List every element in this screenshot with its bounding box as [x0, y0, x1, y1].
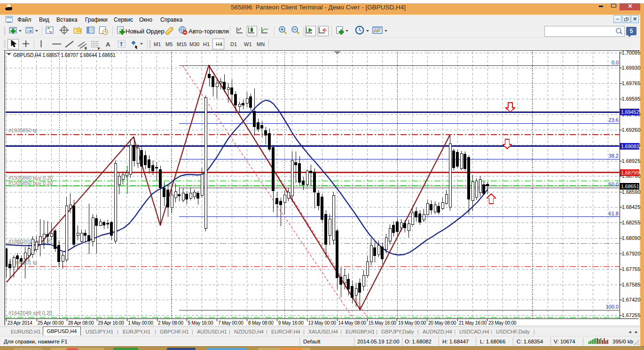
svg-text:1.67420: 1.67420	[622, 297, 641, 302]
svg-text:61.8: 61.8	[609, 211, 619, 216]
svg-text:8 May 08:00: 8 May 08:00	[248, 320, 274, 326]
svg-text:1.68590: 1.68590	[622, 189, 641, 195]
svg-text:19 May 00:00: 19 May 00:00	[398, 320, 426, 326]
svg-text:1.67585: 1.67585	[622, 282, 641, 287]
svg-text:1.69260: 1.69260	[622, 127, 641, 133]
svg-text:7 May 00:00: 7 May 00:00	[218, 320, 243, 326]
svg-text:1 May 00:00: 1 May 00:00	[128, 320, 153, 326]
svg-text:1.69765: 1.69765	[622, 80, 641, 86]
svg-text:21 May 16:00: 21 May 16:00	[459, 320, 487, 326]
svg-text:9 May 16:00: 9 May 16:00	[278, 320, 304, 326]
svg-text:5 May 16:00: 5 May 16:00	[188, 320, 213, 326]
svg-text:GBPUSD,H4 1.68657 1.68707 1.6: GBPUSD,H4 1.68657 1.68707 1.68644 1.6865…	[13, 53, 116, 58]
svg-text:50.0: 50.0	[609, 182, 619, 187]
svg-text:1.69595: 1.69595	[622, 96, 641, 102]
svg-text:#1642049 sell 0.20: #1642049 sell 0.20	[8, 310, 52, 316]
svg-text:13 May 00:00: 13 May 00:00	[308, 320, 337, 326]
svg-text:1.68799: 1.68799	[621, 170, 639, 175]
svg-text:1.69083: 1.69083	[621, 143, 639, 149]
svg-text:1.67255: 1.67255	[622, 312, 641, 318]
svg-text:1.68090: 1.68090	[622, 235, 641, 241]
svg-text:38.2: 38.2	[609, 153, 619, 159]
svg-text:14 May 08:00: 14 May 08:00	[338, 320, 367, 326]
svg-text:1.68255: 1.68255	[622, 220, 641, 225]
svg-text:23.6: 23.6	[609, 117, 619, 123]
svg-text:1.70095: 1.70095	[622, 50, 641, 56]
svg-text:100.0: 100.0	[605, 304, 619, 310]
svg-text:29 Apr 16:00: 29 Apr 16:00	[98, 320, 124, 326]
svg-text:1.68651: 1.68651	[621, 183, 639, 189]
svg-text:1.67755: 1.67755	[622, 266, 641, 272]
svg-text:#1935850 buy 0.20: #1935850 buy 0.20	[8, 180, 53, 186]
svg-text:23 May 00:00: 23 May 00:00	[488, 320, 517, 326]
svg-text:25 Apr 00:00: 25 Apr 00:00	[38, 320, 64, 326]
svg-text:1.69452: 1.69452	[621, 109, 639, 115]
svg-text:0.0: 0.0	[612, 60, 619, 65]
svg-text:#1935850 tp: #1935850 tp	[8, 127, 37, 133]
svg-text:23 Apr 2014: 23 Apr 2014	[8, 320, 32, 326]
svg-text:2 May 08:00: 2 May 08:00	[158, 320, 183, 326]
svg-text:28 Apr 08:00: 28 Apr 08:00	[68, 320, 94, 326]
svg-text:20 May 08:00: 20 May 08:00	[428, 320, 456, 326]
svg-text:15 May 16:00: 15 May 16:00	[369, 320, 397, 326]
svg-text:1.68925: 1.68925	[622, 158, 641, 164]
svg-text:1.69930: 1.69930	[622, 65, 641, 71]
svg-text:1.67920: 1.67920	[622, 251, 641, 256]
svg-text:#1880201 sell 0.20: #1880201 sell 0.20	[8, 239, 52, 244]
svg-text:1.68425: 1.68425	[622, 204, 641, 210]
